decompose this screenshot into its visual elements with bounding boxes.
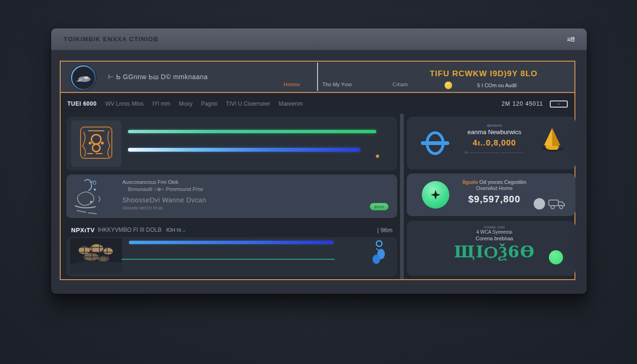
- menu-item-3[interactable]: IYI mm: [152, 100, 170, 107]
- menu-item-1[interactable]: TUEI 6000: [67, 100, 97, 107]
- content-frame: ⊢ Ь GGnnw Ьш D© mmknaana Hımnıv Tho My Y…: [60, 61, 575, 280]
- invoice-line-1: IIguılo Od yoıces Cegoıtilın: [454, 179, 535, 185]
- status-tiny-label: IXXAAIL CAZI: [454, 226, 535, 229]
- invoice-line-2: OveniAst Home: [454, 185, 535, 191]
- list-header-title: NPXıTV: [71, 227, 95, 234]
- status-card[interactable]: IXXAAIL CAZI 4 WCA Syeeeeaı Corena brebl…: [407, 221, 575, 276]
- teal-line: [121, 259, 335, 260]
- invoice-amount: $9,597,800: [454, 194, 535, 205]
- card-line-3: ShoosseDvi Wanne Dvcan: [122, 196, 391, 204]
- green-status-dot[interactable]: [549, 250, 563, 264]
- window-title: TOIKIMBIK ENXXA CTINIOB: [64, 36, 158, 43]
- green-pill-button[interactable]: BXXXI: [370, 203, 389, 210]
- menu-bar: TUEI 6000 WV Lnros Mlos IYI mm Moxy Pagr…: [61, 94, 574, 114]
- grey-dot-icon: [534, 198, 545, 209]
- content-area: º0 Auxcoxancous Fmi Olek Bnnonaulil ○⊗○ …: [61, 114, 574, 279]
- header-right-subtitle: 5 I COm ou Audil: [477, 82, 517, 88]
- balance-amount: 4ı..0,8,000: [454, 138, 535, 148]
- balance-subtext: ıb ———————— ——————: [454, 151, 535, 154]
- svg-text:º0: º0: [91, 180, 96, 186]
- progress-bar-blue: [128, 148, 360, 152]
- blue-figure-icon[interactable]: [372, 240, 386, 264]
- menu-item-6[interactable]: TIVI U Cioerrseer: [226, 100, 270, 107]
- list-header-mid: IHKKYVMBO FI III DOLB: [98, 227, 162, 233]
- card-line-2: Bnnonaulil ○⊗○ Ponmound P/ne: [128, 186, 391, 192]
- sketch-thumbnail: º0: [70, 175, 119, 217]
- balance-text-block: əjnəəoısı eanma Newburwics 4ı..0,8,000 ı…: [454, 117, 535, 154]
- status-line-1: 4 WCA Syeeeeaı: [454, 229, 535, 235]
- balance-card[interactable]: əjnəəoısı eanma Newburwics 4ı..0,8,000 ı…: [407, 117, 575, 170]
- progress-bar-green: [128, 130, 376, 133]
- media-progress-card[interactable]: [66, 237, 397, 277]
- progress-card[interactable]: [66, 117, 397, 171]
- right-column: əjnəəoısı eanma Newburwics 4ı..0,8,000 ı…: [407, 117, 575, 276]
- list-header-time: | 96m: [377, 227, 392, 234]
- card-line-1: Auxcoxancous Fmi Olek: [122, 179, 391, 185]
- card-line-4: Shnnnbt MOO!! PI titi: [122, 206, 391, 210]
- status-glyph-text: ЩІѺѮ6Ѳ: [454, 242, 535, 261]
- invoice-card[interactable]: IIguılo Od yoıces Cegoıtilın OveniAst Ho…: [407, 173, 575, 216]
- nav-item-2[interactable]: Tho My Yıno: [322, 82, 352, 87]
- title-bar: TOIKIMBIK ENXXA CTINIOB ≡‼: [51, 28, 587, 50]
- header-right-title: TIFU RCWKW I9D)9Y 8LO: [429, 69, 537, 79]
- menu-item-7[interactable]: Mareenm: [279, 100, 303, 107]
- menu-item-5[interactable]: Pagrei: [201, 100, 218, 107]
- menu-item-4[interactable]: Moxy: [179, 100, 192, 107]
- list-header: NPXıTV IHKKYVMBO FI III DOLB ЮH ht→ | 96…: [66, 223, 397, 237]
- truck-icon[interactable]: [548, 197, 566, 210]
- green-star-icon: [422, 181, 449, 209]
- window-menu-icon[interactable]: ≡‼: [567, 35, 574, 43]
- balance-title: eanma Newburwics: [454, 128, 535, 136]
- menu-item-2[interactable]: WV Lnros Mlos: [105, 100, 144, 107]
- orange-status-dot: [376, 155, 379, 158]
- info-card[interactable]: º0 Auxcoxancous Fmi Olek Bnnonaulil ○⊗○ …: [66, 174, 397, 218]
- invoice-accent: IIguılo: [463, 179, 478, 185]
- balance-tiny-label: əjnəəoısı: [454, 123, 535, 127]
- gold-coin-icon: [445, 82, 452, 89]
- header: ⊢ Ь GGnnw Ьш D© mmknaana Hımnıv Tho My Y…: [61, 62, 574, 93]
- menu-right-stat: 2M 120 45011: [501, 100, 543, 107]
- header-title: ⊢ Ь GGnnw Ьш D© mmknaana: [108, 73, 208, 81]
- column-divider: [400, 114, 404, 279]
- status-line-2: Corena breblıaa: [454, 236, 535, 241]
- photo-thumbnail: [70, 238, 122, 273]
- circuit-thumbnail: [71, 120, 121, 167]
- app-window: TOIKIMBIK ENXXA CTINIOB ≡‼ ⊢ Ь GG: [51, 28, 587, 294]
- gold-pyramid-icon: [539, 126, 565, 155]
- list-header-tail[interactable]: ЮH ht→: [166, 227, 186, 233]
- nav-item-3[interactable]: Cıham: [392, 82, 408, 87]
- invoice-text-block: IIguılo Od yoıces Cegoıtilın OveniAst Ho…: [454, 173, 535, 205]
- menu-mini-button[interactable]: –: [550, 100, 568, 108]
- nav-item-1[interactable]: Hımnıv: [283, 82, 300, 87]
- status-text-block: IXXAAIL CAZI 4 WCA Syeeeeaı Corena brebl…: [454, 221, 535, 261]
- theta-token-icon: [420, 128, 450, 158]
- progress-bar-blue-2: [129, 241, 334, 244]
- left-column: º0 Auxcoxancous Fmi Olek Bnnonaulil ○⊗○ …: [66, 117, 397, 277]
